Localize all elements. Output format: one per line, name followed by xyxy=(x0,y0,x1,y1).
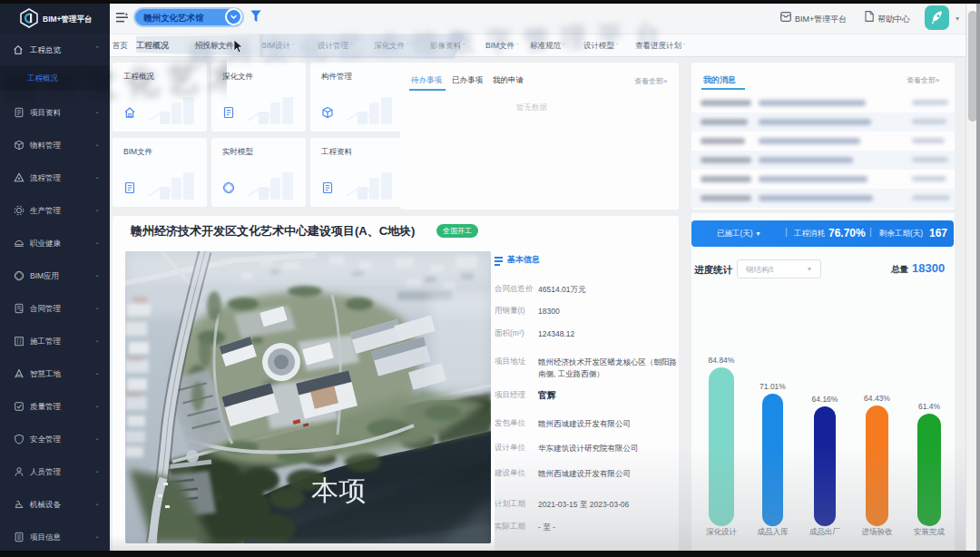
svg-text:本项: 本项 xyxy=(311,475,366,505)
